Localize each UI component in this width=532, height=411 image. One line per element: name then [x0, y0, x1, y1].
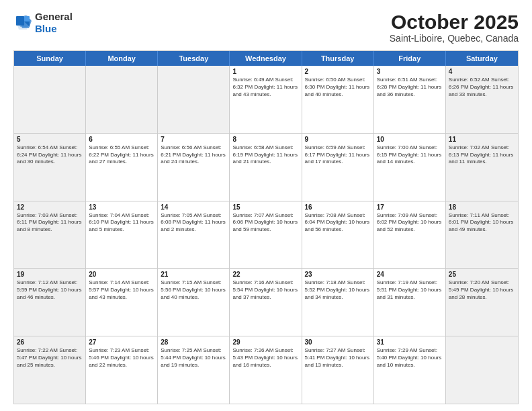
cal-cell-day-7: 7Sunrise: 6:56 AM Sunset: 6:21 PM Daylig… — [158, 134, 230, 201]
day-info: Sunrise: 7:00 AM Sunset: 6:15 PM Dayligh… — [377, 144, 443, 166]
logo-icon — [13, 13, 32, 32]
day-info: Sunrise: 7:19 AM Sunset: 5:51 PM Dayligh… — [377, 279, 443, 301]
day-number: 16 — [305, 203, 371, 211]
day-info: Sunrise: 7:18 AM Sunset: 5:52 PM Dayligh… — [305, 279, 371, 301]
day-info: Sunrise: 7:03 AM Sunset: 6:11 PM Dayligh… — [17, 212, 83, 234]
cal-cell-day-20: 20Sunrise: 7:14 AM Sunset: 5:57 PM Dayli… — [86, 269, 158, 336]
header-day-saturday: Saturday — [446, 51, 518, 66]
day-number: 24 — [377, 271, 443, 278]
day-info: Sunrise: 7:11 AM Sunset: 6:01 PM Dayligh… — [449, 212, 515, 234]
day-number: 12 — [17, 203, 83, 211]
day-info: Sunrise: 6:54 AM Sunset: 6:24 PM Dayligh… — [17, 144, 83, 166]
day-info: Sunrise: 6:49 AM Sunset: 6:32 PM Dayligh… — [232, 77, 298, 98]
header: General Blue October 2025 Saint-Liboire,… — [13, 11, 519, 44]
day-info: Sunrise: 6:59 AM Sunset: 6:17 PM Dayligh… — [305, 144, 371, 166]
cal-cell-day-10: 10Sunrise: 7:00 AM Sunset: 6:15 PM Dayli… — [374, 134, 446, 201]
cal-cell-day-5: 5Sunrise: 6:54 AM Sunset: 6:24 PM Daylig… — [14, 134, 86, 201]
day-number: 17 — [377, 203, 443, 211]
cal-cell-day-24: 24Sunrise: 7:19 AM Sunset: 5:51 PM Dayli… — [374, 269, 446, 336]
cal-cell-day-22: 22Sunrise: 7:16 AM Sunset: 5:54 PM Dayli… — [230, 269, 302, 336]
day-info: Sunrise: 7:08 AM Sunset: 6:04 PM Dayligh… — [305, 212, 371, 234]
cal-cell-day-27: 27Sunrise: 7:23 AM Sunset: 5:46 PM Dayli… — [86, 336, 158, 404]
page-subtitle: Saint-Liboire, Quebec, Canada — [390, 33, 519, 44]
header-day-wednesday: Wednesday — [230, 51, 302, 66]
cal-cell-empty — [446, 336, 518, 404]
day-info: Sunrise: 7:26 AM Sunset: 5:43 PM Dayligh… — [232, 347, 298, 369]
day-info: Sunrise: 7:16 AM Sunset: 5:54 PM Dayligh… — [232, 279, 298, 301]
day-number: 8 — [232, 136, 298, 143]
day-number: 10 — [377, 136, 443, 143]
day-number: 26 — [17, 338, 83, 346]
day-info: Sunrise: 7:27 AM Sunset: 5:41 PM Dayligh… — [305, 347, 371, 369]
cal-cell-day-15: 15Sunrise: 7:07 AM Sunset: 6:06 PM Dayli… — [230, 201, 302, 269]
cal-cell-day-25: 25Sunrise: 7:20 AM Sunset: 5:49 PM Dayli… — [446, 269, 518, 336]
day-info: Sunrise: 7:23 AM Sunset: 5:46 PM Dayligh… — [89, 347, 154, 369]
calendar-header: SundayMondayTuesdayWednesdayThursdayFrid… — [14, 51, 518, 66]
cal-cell-day-14: 14Sunrise: 7:05 AM Sunset: 6:08 PM Dayli… — [158, 201, 230, 269]
cal-cell-day-13: 13Sunrise: 7:04 AM Sunset: 6:10 PM Dayli… — [86, 201, 158, 269]
header-day-friday: Friday — [374, 51, 446, 66]
day-info: Sunrise: 7:29 AM Sunset: 5:40 PM Dayligh… — [377, 347, 443, 369]
cal-cell-day-16: 16Sunrise: 7:08 AM Sunset: 6:04 PM Dayli… — [302, 201, 374, 269]
day-info: Sunrise: 7:02 AM Sunset: 6:13 PM Dayligh… — [449, 144, 515, 166]
day-number: 28 — [161, 338, 226, 346]
calendar: SundayMondayTuesdayWednesdayThursdayFrid… — [13, 50, 519, 404]
day-number: 4 — [449, 68, 515, 75]
cal-cell-day-6: 6Sunrise: 6:55 AM Sunset: 6:22 PM Daylig… — [86, 134, 158, 201]
cal-cell-day-4: 4Sunrise: 6:52 AM Sunset: 6:26 PM Daylig… — [446, 66, 518, 133]
day-number: 20 — [89, 271, 154, 278]
day-number: 22 — [232, 271, 298, 278]
day-number: 23 — [305, 271, 371, 278]
cal-row-1: 1Sunrise: 6:49 AM Sunset: 6:32 PM Daylig… — [14, 66, 518, 133]
cal-cell-day-21: 21Sunrise: 7:15 AM Sunset: 5:56 PM Dayli… — [158, 269, 230, 336]
day-number: 1 — [232, 68, 298, 75]
day-info: Sunrise: 6:55 AM Sunset: 6:22 PM Dayligh… — [89, 144, 154, 166]
day-number: 31 — [377, 338, 443, 346]
cal-cell-day-26: 26Sunrise: 7:22 AM Sunset: 5:47 PM Dayli… — [14, 336, 86, 404]
cal-cell-day-8: 8Sunrise: 6:58 AM Sunset: 6:19 PM Daylig… — [230, 134, 302, 201]
cal-row-4: 19Sunrise: 7:12 AM Sunset: 5:59 PM Dayli… — [14, 268, 518, 336]
cal-cell-empty — [14, 66, 86, 133]
day-info: Sunrise: 6:56 AM Sunset: 6:21 PM Dayligh… — [161, 144, 226, 166]
cal-cell-day-17: 17Sunrise: 7:09 AM Sunset: 6:02 PM Dayli… — [374, 201, 446, 269]
day-info: Sunrise: 7:22 AM Sunset: 5:47 PM Dayligh… — [17, 347, 83, 369]
day-number: 21 — [161, 271, 226, 278]
day-number: 5 — [17, 136, 83, 143]
logo: General Blue — [13, 11, 73, 35]
cal-cell-day-3: 3Sunrise: 6:51 AM Sunset: 6:28 PM Daylig… — [374, 66, 446, 133]
logo-blue: Blue — [35, 23, 73, 35]
day-number: 7 — [161, 136, 226, 143]
day-number: 14 — [161, 203, 226, 211]
day-info: Sunrise: 7:07 AM Sunset: 6:06 PM Dayligh… — [232, 212, 298, 234]
day-info: Sunrise: 7:15 AM Sunset: 5:56 PM Dayligh… — [161, 279, 226, 301]
cal-row-5: 26Sunrise: 7:22 AM Sunset: 5:47 PM Dayli… — [14, 336, 518, 404]
cal-cell-day-29: 29Sunrise: 7:26 AM Sunset: 5:43 PM Dayli… — [230, 336, 302, 404]
cal-cell-day-18: 18Sunrise: 7:11 AM Sunset: 6:01 PM Dayli… — [446, 201, 518, 269]
day-number: 13 — [89, 203, 154, 211]
cal-cell-day-23: 23Sunrise: 7:18 AM Sunset: 5:52 PM Dayli… — [302, 269, 374, 336]
day-number: 11 — [449, 136, 515, 143]
day-number: 9 — [305, 136, 371, 143]
cal-cell-day-9: 9Sunrise: 6:59 AM Sunset: 6:17 PM Daylig… — [302, 134, 374, 201]
day-number: 15 — [232, 203, 298, 211]
header-day-thursday: Thursday — [302, 51, 374, 66]
day-info: Sunrise: 7:25 AM Sunset: 5:44 PM Dayligh… — [161, 347, 226, 369]
svg-rect-4 — [24, 16, 30, 21]
logo-text: General Blue — [35, 11, 73, 35]
header-day-sunday: Sunday — [14, 51, 86, 66]
day-number: 2 — [305, 68, 371, 75]
cal-cell-empty — [86, 66, 158, 133]
day-number: 30 — [305, 338, 371, 346]
day-info: Sunrise: 7:20 AM Sunset: 5:49 PM Dayligh… — [449, 279, 515, 301]
svg-rect-3 — [16, 16, 24, 26]
header-day-tuesday: Tuesday — [158, 51, 230, 66]
day-info: Sunrise: 6:52 AM Sunset: 6:26 PM Dayligh… — [449, 77, 515, 98]
day-info: Sunrise: 7:05 AM Sunset: 6:08 PM Dayligh… — [161, 212, 226, 234]
day-number: 29 — [232, 338, 298, 346]
cal-cell-day-11: 11Sunrise: 7:02 AM Sunset: 6:13 PM Dayli… — [446, 134, 518, 201]
day-info: Sunrise: 6:51 AM Sunset: 6:28 PM Dayligh… — [377, 77, 443, 98]
cal-cell-day-30: 30Sunrise: 7:27 AM Sunset: 5:41 PM Dayli… — [302, 336, 374, 404]
cal-cell-day-28: 28Sunrise: 7:25 AM Sunset: 5:44 PM Dayli… — [158, 336, 230, 404]
day-info: Sunrise: 6:58 AM Sunset: 6:19 PM Dayligh… — [232, 144, 298, 166]
day-number: 6 — [89, 136, 154, 143]
